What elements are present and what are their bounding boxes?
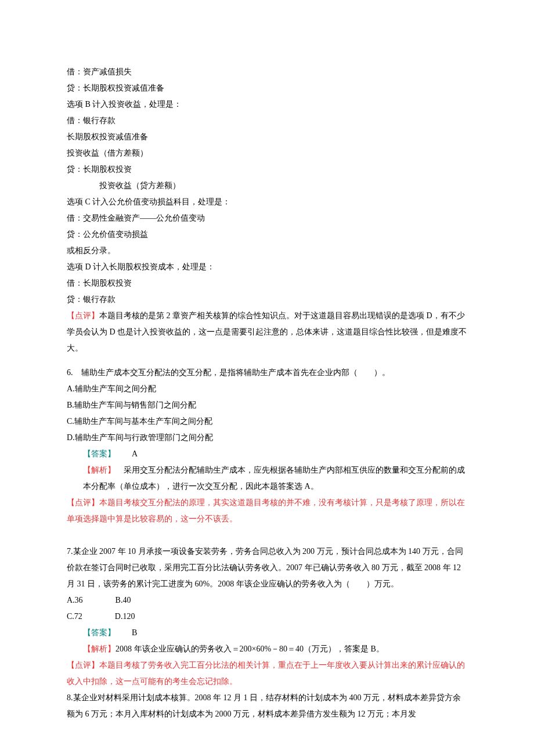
question-7-options-ab: A.36 B.40 xyxy=(67,592,467,609)
question-6-option-b: B.辅助生产车间与销售部门之间分配 xyxy=(67,397,467,413)
question-7-jiexi: 【解析】2008 年该企业应确认的劳务收入＝200×60%－80＝40（万元），… xyxy=(67,641,467,657)
text-line: 借：银行存款 xyxy=(67,113,467,129)
dianping-label: 【点评】 xyxy=(67,498,99,507)
question-6-answer: 【答案】 A xyxy=(67,446,467,462)
jiexi-text: 2008 年该企业应确认的劳务收入＝200×60%－80＝40（万元），答案是 … xyxy=(116,645,384,653)
text-line: 贷：银行存款 xyxy=(67,291,467,308)
question-6-option-a: A.辅助生产车间之间分配 xyxy=(67,381,467,397)
text-line: 长期股权投资减值准备 xyxy=(67,129,467,145)
text-line: 选项 B 计入投资收益，处理是： xyxy=(67,96,467,113)
text-line: 借：资产减值损失 xyxy=(67,64,467,80)
text-line: 贷：长期股权投资 xyxy=(67,161,467,178)
text-line: 投资收益（借方差额） xyxy=(67,145,467,161)
dianping-text: 本题目考核了劳务收入完工百分比法的相关计算，重点在于上一年度收入要从计算出来的累… xyxy=(67,661,465,686)
text-line: 或相反分录。 xyxy=(67,243,467,259)
question-6-dianping: 【点评】本题目考核交互分配法的原理，其实这道题目考核的并不难，没有考核计算，只是… xyxy=(67,495,467,527)
text-line: 贷：公允价值变动损益 xyxy=(67,226,467,243)
jiexi-label: 【解析】 xyxy=(83,466,116,474)
answer-label: 【答案】 xyxy=(83,628,116,637)
text-line: 投资收益（贷方差额） xyxy=(67,178,467,194)
question-7-dianping: 【点评】本题目考核了劳务收入完工百分比法的相关计算，重点在于上一年度收入要从计算… xyxy=(67,657,467,690)
question-6-jiexi: 【解析】 采用交互分配法分配辅助生产成本，应先根据各辅助生产内部相互供应的数量和… xyxy=(67,462,467,495)
text-line: 选项 D 计入长期股权投资成本，处理是： xyxy=(67,259,467,275)
question-7-stem: 7.某企业 2007 年 10 月承接一项设备安装劳务，劳务合同总收入为 200… xyxy=(67,543,467,592)
question-7-options-cd: C.72 D.120 xyxy=(67,609,467,625)
text-line: 借：长期股权投资 xyxy=(67,275,467,291)
dianping-text: 本题目考核交互分配法的原理，其实这道题目考核的并不难，没有考核计算，只是考核了原… xyxy=(67,498,465,523)
comment-block: 【点评】本题目考核的是第 2 章资产相关核算的综合性知识点。对于这道题目容易出现… xyxy=(67,308,467,357)
answer-text: A xyxy=(116,449,138,458)
question-6-option-d: D.辅助生产车间与行政管理部门之间分配 xyxy=(67,430,467,446)
answer-text: B xyxy=(116,628,137,637)
dianping-label: 【点评】 xyxy=(67,311,99,320)
text-line: 借：交易性金融资产——公允价值变动 xyxy=(67,210,467,226)
text-line: 贷：长期股权投资减值准备 xyxy=(67,80,467,96)
question-7-answer: 【答案】 B xyxy=(67,625,467,641)
jiexi-text: 采用交互分配法分配辅助生产成本，应先根据各辅助生产内部相互供应的数量和交互分配前… xyxy=(83,466,465,491)
question-6-stem: 6. 辅助生产成本交互分配法的交互分配，是指将辅助生产成本首先在企业内部（ ）。 xyxy=(67,365,467,381)
question-6-option-c: C.辅助生产车间与基本生产车间之间分配 xyxy=(67,413,467,430)
answer-label: 【答案】 xyxy=(83,449,116,458)
jiexi-label: 【解析】 xyxy=(83,645,116,653)
dianping-text: 本题目考核的是第 2 章资产相关核算的综合性知识点。对于这道题目容易出现错误的是… xyxy=(67,311,467,352)
text-line: 选项 C 计入公允价值变动损益科目，处理是： xyxy=(67,194,467,210)
question-8-stem: 8.某企业对材料采用计划成本核算。2008 年 12 月 1 日，结存材料的计划… xyxy=(67,690,467,722)
dianping-label: 【点评】 xyxy=(67,661,99,669)
